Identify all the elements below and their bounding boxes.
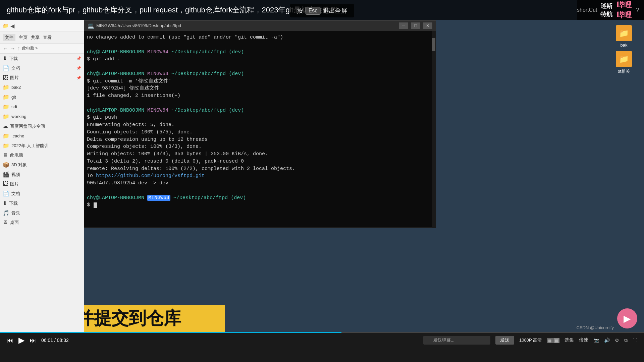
terminal-output-count: Counting objects: 100% (5/5), done. (87, 129, 433, 136)
prompt-path-1: ~/Desktop/abc/ftpd (171, 49, 226, 55)
terminal-scrollbar[interactable] (432, 31, 436, 228)
file-explorer-header: 📁 ◀ (0, 20, 84, 32)
sidebar-item-documents[interactable]: 📄 文档 📌 (0, 63, 84, 73)
terminal-minimize-btn[interactable]: ─ (399, 22, 408, 29)
sidebar-item-pictures2[interactable]: 🖼 图片 (0, 179, 84, 189)
skip-back-btn[interactable]: ⏮ (7, 337, 13, 344)
sidebar-item-video[interactable]: 🎬 视频 (0, 170, 84, 179)
sidebar-item-cache[interactable]: 📁 .cache (0, 131, 84, 141)
terminal-body[interactable]: no changes added to commit (use "git add… (84, 31, 436, 228)
volume-btn[interactable]: 🔊 (604, 338, 610, 343)
sidebar-item-working[interactable]: 📁 working (0, 112, 84, 121)
desktop-sidebar-label: 桌面 (10, 220, 19, 226)
video-bottom-controls: ⏮ ▶ ⏭ 06:01 / 08:32 发送弹幕... 发送 1080P 高清 … (0, 332, 644, 362)
terminal-line-2b: $ git add . (87, 56, 433, 63)
fe-icon: 📁 (3, 23, 8, 28)
settings-btn[interactable]: ⚙ (615, 338, 619, 343)
bt-icon: 📁 (616, 51, 632, 67)
git-icon: 📁 (3, 94, 9, 100)
pictures2-label: 图片 (10, 181, 19, 187)
esc-key[interactable]: Esc (306, 7, 321, 15)
fe-tab-share[interactable]: 共享 (31, 35, 40, 41)
terminal-output-write: Writing objects: 100% (3/3), 353 bytes |… (87, 150, 433, 158)
bak-icon: 📁 (616, 25, 632, 41)
video-label: 视频 (11, 172, 20, 178)
fe-tab-home[interactable]: 主页 (19, 35, 28, 41)
esc-suffix: 退出全屏 (323, 7, 347, 15)
sidebar-item-git[interactable]: 📁 git (0, 92, 84, 102)
resolution-btn[interactable]: 1080P 高清 (519, 337, 542, 343)
terminal-controls: ─ □ ✕ (399, 22, 432, 29)
prompt-user-final: chy@LAPTOP-BNBOOJMN (87, 195, 144, 201)
sidebar-item-bak2[interactable]: 📁 bak2 (0, 82, 84, 92)
selection-btn[interactable]: 选集 (565, 337, 574, 343)
terminal-scrollbar-thumb[interactable] (432, 38, 435, 51)
terminal-close-btn[interactable]: ✕ (423, 22, 432, 29)
downloads2-icon: ⬇ (3, 200, 7, 206)
speed-btn[interactable]: 倍速 (579, 337, 588, 343)
cache-label: .cache (11, 133, 24, 138)
fe-tab-file[interactable]: 文件 (3, 34, 15, 41)
sidebar-item-pictures[interactable]: 🖼 图片 📌 (0, 73, 84, 82)
terminal-line-4: chy@LAPTOP-BNBOOJMN MINGW64 ~/Desktop/ab… (87, 107, 433, 114)
csdn-text: CSDN @Unicornify (577, 325, 614, 330)
controls-row: ⏮ ▶ ⏭ 06:01 / 08:32 发送弹幕... 发送 1080P 高清 … (0, 332, 644, 349)
send-danmaku-btn[interactable]: 发送 (495, 336, 514, 345)
3dobjects-label: 3D 对象 (11, 162, 27, 168)
bt-label: bt相关 (618, 68, 630, 74)
terminal-title-text: MINGW64:/c/Users/86199/Desktop/abc/ftpd (96, 23, 181, 28)
sidebar-item-music[interactable]: 🎵 音乐 (0, 208, 84, 218)
esc-prefix: 按 (297, 7, 303, 15)
output-no-changes: no changes added to commit (use "git add… (87, 35, 283, 40)
downloads-label: 下载 (9, 56, 18, 62)
prompt-branch-final: (dev) (231, 195, 246, 201)
bak-label: bak (621, 43, 628, 48)
terminal-line-3c: [dev 98f92b4] 修改自述文件 (87, 85, 433, 92)
sidebar-item-sdt[interactable]: 📁 sdt (0, 102, 84, 112)
nav-up-arrow[interactable]: ↑ (17, 46, 20, 52)
terminal-line-3d: 1 file changed, 2 insertions(+) (87, 92, 433, 100)
question-icon[interactable]: ? (636, 7, 639, 14)
fullscreen-btn[interactable]: ⛶ (633, 338, 637, 343)
pictures2-icon: 🖼 (3, 181, 8, 187)
docs2-label: 文档 (11, 191, 20, 197)
bili-player-button[interactable]: ▶ (617, 308, 637, 328)
terminal-output-to: To https://github.com/ubrong/vsftpd.git (87, 172, 433, 180)
screenshot-btn[interactable]: 📷 (593, 338, 599, 343)
sidebar-item-docs2[interactable]: 📄 文档 (0, 189, 84, 198)
sidebar-item-downloads2[interactable]: ⬇ 下载 (0, 198, 84, 208)
desktop-icon-bt[interactable]: 📁 bt相关 (616, 51, 632, 74)
hd-toggle-btn[interactable]: ▦ ▦ (547, 338, 559, 343)
cursor (94, 202, 97, 208)
fe-nav-back[interactable]: ◀ (10, 23, 14, 29)
sidebar-item-baidu[interactable]: ☁ 百度网盘同步空间 (0, 121, 84, 131)
nav-back-arrow[interactable]: ← (3, 46, 8, 52)
music-icon: 🎵 (3, 210, 9, 216)
terminal-maximize-btn[interactable]: □ (411, 22, 420, 29)
sidebar-item-downloads[interactable]: ⬇ 下载 📌 (0, 54, 84, 63)
play-pause-btn[interactable]: ▶ (18, 336, 24, 345)
progress-bar-fill (0, 332, 341, 333)
sidebar-item-desktop[interactable]: 🖥 桌面 (0, 218, 84, 227)
nav-forward-arrow[interactable]: → (10, 46, 15, 52)
push-url: https://github.com/ubrong/vsftpd.git (96, 173, 205, 179)
sidebar-item-thispc[interactable]: 🖥 此电脑 (0, 150, 84, 160)
sdt-icon: 📁 (3, 104, 9, 110)
desktop-icon-bak[interactable]: 📁 bak (616, 25, 632, 48)
sidebar-item-2022ai[interactable]: 📁 2022年-人工智能训 (0, 141, 84, 150)
fe-tab-view[interactable]: 查看 (43, 35, 52, 41)
file-explorer-nav: ← → ↑ 此电脑 > (0, 44, 84, 54)
desktop-sidebar-icon: 🖥 (3, 220, 8, 226)
prompt-path-final: ~/Desktop/abc/ftpd (173, 195, 228, 201)
prompt-host-final: MINGW64 (147, 195, 170, 201)
progress-bar-container[interactable] (0, 332, 644, 333)
terminal-output-compress: Compressing objects: 100% (3/3), done. (87, 143, 433, 150)
danmaku-input[interactable]: 发送弹幕... (423, 336, 490, 345)
sidebar-item-3dobjects[interactable]: 📦 3D 对象 (0, 160, 84, 170)
thispc-icon: 🖥 (3, 152, 8, 158)
pip-btn[interactable]: ⧉ (624, 338, 628, 343)
thispc-label: 此电脑 (10, 152, 23, 158)
skip-forward-btn[interactable]: ⏭ (30, 337, 36, 344)
shortcut-label: shortCut (577, 7, 597, 13)
sdt-label: sdt (11, 104, 17, 109)
